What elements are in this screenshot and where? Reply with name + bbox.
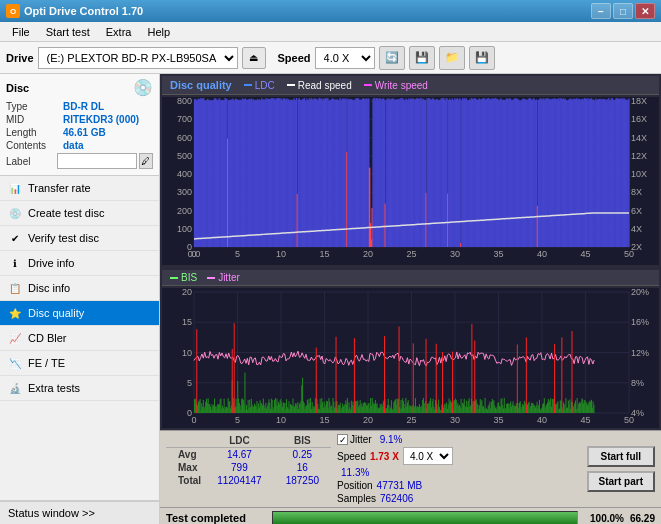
toolbar-btn-1[interactable]: 🔄 bbox=[379, 46, 405, 70]
minimize-button[interactable]: − bbox=[591, 3, 611, 19]
sidebar-item-transfer-rate[interactable]: 📊 Transfer rate bbox=[0, 176, 159, 201]
disc-length-label: Length bbox=[6, 127, 61, 138]
menu-start-test[interactable]: Start test bbox=[38, 25, 98, 39]
sidebar-item-drive-info[interactable]: ℹ Drive info bbox=[0, 251, 159, 276]
disc-label-input[interactable] bbox=[57, 153, 137, 169]
jitter-checkbox-container[interactable]: ✓ Jitter bbox=[337, 434, 372, 445]
lower-chart-header: BIS Jitter bbox=[162, 270, 659, 286]
sidebar-item-disc-quality[interactable]: ⭐ Disc quality bbox=[0, 301, 159, 326]
legend-bis: BIS bbox=[170, 272, 197, 283]
sidebar-item-verify-test-disc[interactable]: ✔ Verify test disc bbox=[0, 226, 159, 251]
stats-table: LDC BIS Avg 14.67 0.25 Max 799 16 bbox=[166, 434, 331, 487]
max-label: Max bbox=[166, 461, 205, 474]
sidebar-bottom: Status window >> bbox=[0, 500, 159, 524]
titlebar-left: O Opti Drive Control 1.70 bbox=[6, 4, 143, 18]
status-window-button[interactable]: Status window >> bbox=[0, 501, 159, 524]
disc-icon: 💿 bbox=[133, 78, 153, 97]
legend-jitter: Jitter bbox=[207, 272, 240, 283]
sidebar-item-disc-info[interactable]: 📋 Disc info bbox=[0, 276, 159, 301]
maximize-button[interactable]: □ bbox=[613, 3, 633, 19]
disc-panel-title: Disc bbox=[6, 82, 29, 94]
speed-row: Speed 1.73 X 4.0 X bbox=[337, 447, 453, 465]
start-part-button[interactable]: Start part bbox=[587, 471, 655, 492]
close-button[interactable]: ✕ bbox=[635, 3, 655, 19]
stats-right: ✓ Jitter 9.1% Speed 1.73 X 4.0 X 11.3% bbox=[337, 434, 453, 504]
progress-bar-inner bbox=[273, 512, 577, 524]
position-label: Position bbox=[337, 480, 373, 491]
legend-read: Read speed bbox=[287, 80, 352, 91]
lower-chart bbox=[162, 288, 659, 428]
speed-select[interactable]: 4.0 X bbox=[315, 47, 375, 69]
ldc-header: LDC bbox=[205, 434, 274, 448]
sidebar-item-label: Drive info bbox=[28, 257, 74, 269]
lower-chart-canvas bbox=[162, 288, 659, 428]
sidebar: Disc 💿 Type BD-R DL MID RITEKDR3 (000) L… bbox=[0, 74, 160, 524]
start-full-button[interactable]: Start full bbox=[587, 446, 655, 467]
legend-jitter-label: Jitter bbox=[218, 272, 240, 283]
jitter-max-value: 11.3% bbox=[341, 467, 369, 478]
upper-chart bbox=[162, 97, 659, 268]
samples-value: 762406 bbox=[380, 493, 413, 504]
disc-label-btn[interactable]: 🖊 bbox=[139, 153, 153, 169]
sidebar-item-create-test-disc[interactable]: 💿 Create test disc bbox=[0, 201, 159, 226]
legend-ldc: LDC bbox=[244, 80, 275, 91]
total-row: Total 11204147 187250 bbox=[166, 474, 331, 487]
create-disc-icon: 💿 bbox=[8, 206, 22, 220]
total-ldc: 11204147 bbox=[205, 474, 274, 487]
window-controls[interactable]: − □ ✕ bbox=[591, 3, 655, 19]
disc-panel: Disc 💿 Type BD-R DL MID RITEKDR3 (000) L… bbox=[0, 74, 159, 176]
cd-bler-icon: 📈 bbox=[8, 331, 22, 345]
main-layout: Disc 💿 Type BD-R DL MID RITEKDR3 (000) L… bbox=[0, 74, 661, 524]
jitter-checkbox[interactable]: ✓ bbox=[337, 434, 348, 445]
eject-button[interactable]: ⏏ bbox=[242, 47, 266, 69]
jitter-avg-value: 9.1% bbox=[380, 434, 403, 445]
extra-tests-icon: 🔬 bbox=[8, 381, 22, 395]
chart-container: Disc quality LDC Read speed Write speed bbox=[160, 74, 661, 430]
jitter-legend-dot bbox=[207, 277, 215, 279]
disc-mid-label: MID bbox=[6, 114, 61, 125]
disc-mid-value: RITEKDR3 (000) bbox=[63, 114, 139, 125]
disc-label-label: Label bbox=[6, 156, 55, 167]
speed-select-stats[interactable]: 4.0 X bbox=[403, 447, 453, 465]
legend-write-label: Write speed bbox=[375, 80, 428, 91]
progress-percent: 100.0% bbox=[584, 513, 624, 524]
disc-length-value: 46.61 GB bbox=[63, 127, 106, 138]
toolbar-btn-3[interactable]: 📁 bbox=[439, 46, 465, 70]
toolbar-btn-4[interactable]: 💾 bbox=[469, 46, 495, 70]
sidebar-item-cd-bler[interactable]: 📈 CD Bler bbox=[0, 326, 159, 351]
transfer-rate-icon: 📊 bbox=[8, 181, 22, 195]
menu-extra[interactable]: Extra bbox=[98, 25, 140, 39]
menubar: File Start test Extra Help bbox=[0, 22, 661, 42]
status-text: Test completed bbox=[166, 512, 266, 524]
stats-panel: LDC BIS Avg 14.67 0.25 Max 799 16 bbox=[160, 430, 661, 507]
menu-help[interactable]: Help bbox=[139, 25, 178, 39]
total-bis: 187250 bbox=[274, 474, 331, 487]
ldc-legend-dot bbox=[244, 84, 252, 86]
position-value: 47731 MB bbox=[377, 480, 423, 491]
sidebar-item-extra-tests[interactable]: 🔬 Extra tests bbox=[0, 376, 159, 401]
action-buttons: Start full Start part bbox=[587, 446, 655, 492]
write-legend-dot bbox=[364, 84, 372, 86]
avg-row: Avg 14.67 0.25 bbox=[166, 448, 331, 462]
disc-mid-row: MID RITEKDR3 (000) bbox=[6, 114, 153, 125]
legend-write: Write speed bbox=[364, 80, 428, 91]
app-icon: O bbox=[6, 4, 20, 18]
disc-label-row: Label 🖊 bbox=[6, 153, 153, 169]
fe-te-icon: 📉 bbox=[8, 356, 22, 370]
nav-items: 📊 Transfer rate 💿 Create test disc ✔ Ver… bbox=[0, 176, 159, 500]
drive-info-icon: ℹ bbox=[8, 256, 22, 270]
sidebar-item-fe-te[interactable]: 📉 FE / TE bbox=[0, 351, 159, 376]
disc-type-label: Type bbox=[6, 101, 61, 112]
toolbar-btn-2[interactable]: 💾 bbox=[409, 46, 435, 70]
disc-contents-label: Contents bbox=[6, 140, 61, 151]
sidebar-item-label: Create test disc bbox=[28, 207, 104, 219]
drive-select[interactable]: (E:) PLEXTOR BD-R PX-LB950SA 1.06 bbox=[38, 47, 238, 69]
samples-row: Samples 762406 bbox=[337, 493, 453, 504]
menu-file[interactable]: File bbox=[4, 25, 38, 39]
jitter-max-row: 11.3% bbox=[337, 467, 453, 478]
verify-disc-icon: ✔ bbox=[8, 231, 22, 245]
app-title: Opti Drive Control 1.70 bbox=[24, 5, 143, 17]
legend-read-label: Read speed bbox=[298, 80, 352, 91]
disc-quality-icon: ⭐ bbox=[8, 306, 22, 320]
avg-label: Avg bbox=[166, 448, 205, 462]
